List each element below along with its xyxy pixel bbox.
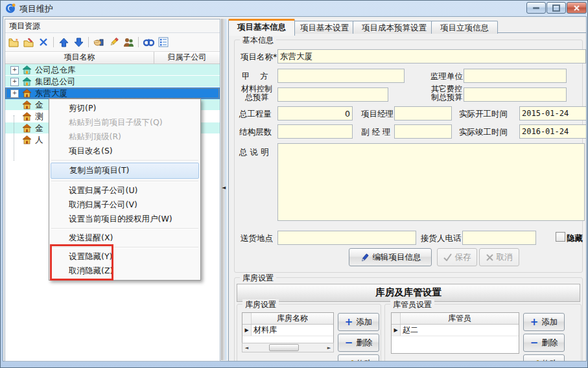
menu-item-paste-as-child: 粘贴到当前项目子级下(Q) — [49, 115, 200, 130]
menu-item-set-subcompany[interactable]: 设置归属子公司(U) — [49, 183, 200, 198]
tab-project-basic-settings[interactable]: 项目基本设置 — [291, 21, 358, 34]
project-name-input[interactable] — [277, 49, 586, 63]
menu-item-send-reminder[interactable]: 发送提醒(X) — [49, 231, 200, 245]
tab-project-cost-budget-settings[interactable]: 项目成本预算设置 — [353, 21, 436, 34]
edit-folder-icon[interactable] — [22, 36, 35, 49]
warehouse-row[interactable]: ▶ 材料库 — [242, 325, 333, 336]
deputy-manager-input[interactable] — [394, 124, 452, 139]
yellow-house-icon — [22, 112, 32, 121]
scroll-left-icon[interactable]: ◄ — [242, 345, 251, 351]
maximize-icon — [552, 5, 560, 12]
project-manager-label: 项目经理 — [361, 109, 394, 120]
tree-guide-line — [14, 115, 14, 161]
tree-item-group-company[interactable]: + 集团总公司 — [5, 76, 220, 87]
search-icon[interactable] — [142, 36, 155, 49]
annotation-rectangle — [50, 244, 113, 281]
tab-project-basic-info[interactable]: 项目基本信息 — [228, 19, 295, 36]
menu-item-set-authorized-users[interactable]: 设置当前项目的授权用户(W) — [49, 212, 200, 226]
minimize-button[interactable] — [526, 2, 546, 14]
tree-item-dongying-selected[interactable]: + 东营大厦 — [5, 87, 220, 99]
keeper-table-header: 库管员 — [392, 313, 519, 325]
minimize-icon — [533, 7, 539, 9]
total-quantity-input[interactable] — [277, 106, 353, 121]
warehouse-modify-button[interactable]: 修改 — [338, 354, 379, 362]
move-up-icon[interactable] — [57, 36, 70, 49]
plus-icon: + — [345, 318, 353, 326]
hide-checkbox[interactable] — [556, 232, 565, 242]
receiver-phone-label: 接货人电话 — [421, 233, 462, 244]
material-budget-label-line2: 总预算 — [238, 93, 276, 102]
warehouse-add-button[interactable]: +添加 — [338, 313, 379, 331]
tab-bar: 项目基本信息 项目基本设置 项目成本预算设置 项目立项信息 — [228, 19, 585, 34]
expand-plus-icon[interactable]: + — [10, 66, 19, 75]
actual-finish-date-label: 实际竣工时间 — [459, 127, 508, 138]
new-folder-icon[interactable]: ✶ — [7, 36, 20, 49]
delete-icon[interactable] — [37, 36, 50, 49]
keeper-delete-button[interactable]: −删除 — [523, 334, 565, 352]
expand-plus-icon[interactable]: + — [10, 78, 19, 86]
menu-item-cut[interactable]: 剪切(P) — [49, 101, 200, 115]
total-quantity-label: 总工程量 — [239, 109, 272, 120]
tree-item-label: 测 — [35, 111, 43, 122]
hand-pointer-icon[interactable] — [92, 36, 105, 49]
receiver-phone-input[interactable] — [462, 231, 536, 245]
minus-icon: − — [345, 339, 353, 347]
row-marker-icon: ▶ — [242, 325, 252, 336]
other-budget-label-line2: 制总预算 — [428, 93, 465, 102]
tab-project-approval-info[interactable]: 项目立项信息 — [431, 21, 498, 34]
structure-floors-input[interactable] — [277, 124, 353, 139]
panel-splitter[interactable]: ◄ — [221, 19, 228, 360]
actual-start-date-input[interactable] — [519, 106, 587, 121]
summary-textarea[interactable] — [277, 143, 585, 221]
keeper-modify-button[interactable]: 修改 — [523, 354, 565, 362]
tab-content: 基本信息 项目名称* 甲 方 监理单位 材料控制 总预算 其它费控 制总预算 总… — [228, 32, 587, 362]
scrollbar-track[interactable] — [251, 343, 325, 352]
horizontal-scrollbar[interactable]: ◄ ► — [242, 343, 334, 352]
column-header-subcompany[interactable]: 归属子公司 — [154, 52, 220, 63]
button-label: 修改 — [357, 358, 373, 362]
project-manager-input[interactable] — [394, 106, 452, 121]
supervisor-label: 监理单位 — [430, 71, 463, 82]
pen-icon — [360, 253, 370, 262]
expand-plus-icon[interactable]: + — [10, 89, 19, 98]
warehouse-name-cell: 材料库 — [252, 325, 333, 336]
users-icon[interactable] — [122, 36, 135, 49]
other-budget-input[interactable] — [464, 87, 567, 102]
plus-icon: + — [530, 318, 539, 326]
project-name-label: 项目名称* — [241, 52, 277, 63]
scroll-right-icon[interactable]: ► — [325, 345, 333, 351]
maximize-button[interactable] — [547, 2, 566, 14]
collapse-arrow-icon[interactable]: ◄ — [222, 185, 226, 190]
warehouse-name-column[interactable]: 库房名称 — [252, 313, 333, 324]
save-button[interactable]: 保存 — [437, 248, 477, 266]
button-label: 删除 — [356, 338, 372, 349]
scrollbar-thumb[interactable] — [269, 344, 299, 351]
edit-project-info-button[interactable]: 编辑项目信息 — [349, 248, 432, 266]
groupbox-title: 基本信息 — [240, 35, 276, 46]
keeper-column[interactable]: 库管员 — [401, 313, 519, 324]
move-down-icon[interactable] — [72, 36, 85, 49]
cancel-button[interactable]: 取消 — [479, 248, 519, 266]
tree-toolbar: ✶ — [5, 33, 220, 52]
warehouse-delete-button[interactable]: −删除 — [338, 334, 379, 352]
menu-item-copy-current-project[interactable]: 复制当前项目(T) — [51, 163, 199, 179]
button-label: 编辑项目信息 — [373, 252, 421, 263]
delivery-place-input[interactable] — [277, 231, 416, 245]
material-budget-input[interactable] — [277, 87, 388, 102]
close-button[interactable] — [567, 2, 587, 14]
menu-item-rename-project[interactable]: 项目改名(S) — [49, 144, 200, 158]
list-view-icon[interactable] — [157, 36, 170, 49]
button-label: 删除 — [541, 338, 558, 349]
party-a-input[interactable] — [277, 69, 405, 83]
actual-finish-date-input[interactable] — [519, 124, 587, 139]
keeper-add-button[interactable]: +添加 — [523, 313, 565, 331]
column-header-project-name[interactable]: 项目名称 — [5, 52, 154, 63]
app-logo-icon — [5, 3, 16, 14]
tree-item-company-warehouse[interactable]: + 公司总仓库 — [5, 64, 220, 76]
structure-floors-label: 结构层数 — [239, 127, 272, 138]
svg-text:✶: ✶ — [15, 38, 19, 43]
pencil-icon[interactable] — [107, 36, 120, 49]
menu-item-cancel-subcompany[interactable]: 取消归属子公司(V) — [49, 198, 200, 212]
keeper-row[interactable]: ▶ 赵二 — [392, 325, 519, 336]
supervisor-input[interactable] — [464, 69, 567, 83]
